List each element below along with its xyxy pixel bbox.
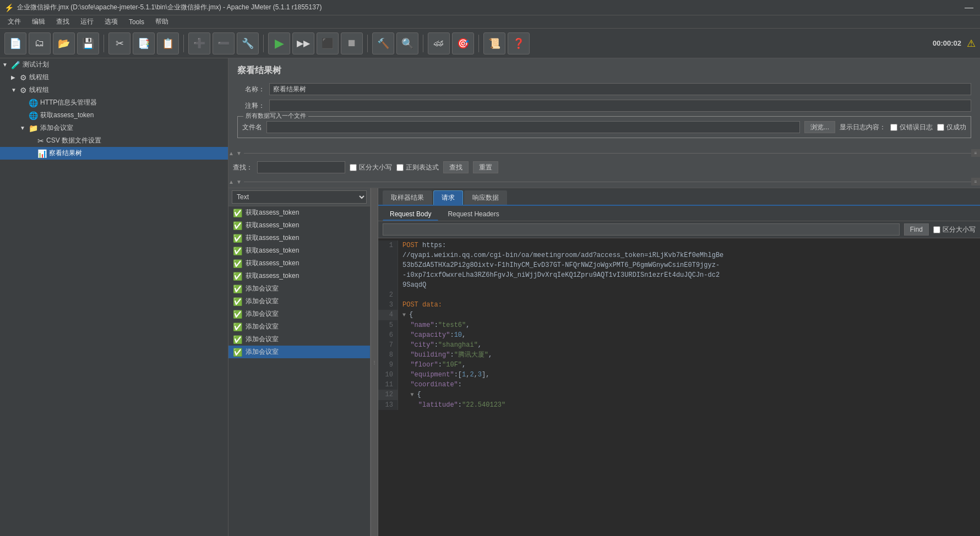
sub-tab-request-headers[interactable]: Request Headers	[440, 208, 506, 221]
success-log-check[interactable]: 仅成功	[937, 123, 966, 132]
comment-label: 注释：	[237, 101, 265, 111]
file-input[interactable]	[266, 121, 800, 133]
tree-label: 线程组	[29, 85, 49, 95]
case-sensitive-check[interactable]: 区分大小写	[350, 163, 392, 172]
sample-item-selected[interactable]: ✅ 添加会议室	[228, 346, 370, 358]
sample-item[interactable]: ✅ 获取assess_token	[228, 219, 370, 232]
find-btn[interactable]: 🔍	[396, 32, 418, 54]
collapse-handle[interactable]: ⋮	[371, 188, 378, 536]
tab-response-data[interactable]: 响应数据	[464, 190, 507, 205]
tree-item-thread-group-2[interactable]: ▼ ⚙ 线程组	[0, 84, 228, 96]
tree-item-http-manager[interactable]: 🌐 HTTP信息头管理器	[0, 96, 228, 109]
case-sensitive-checkbox[interactable]	[350, 164, 357, 171]
log-btn[interactable]: 📜	[483, 32, 505, 54]
run-btn[interactable]: ▶	[268, 32, 290, 54]
menu-help[interactable]: 帮助	[150, 16, 174, 28]
regex-check[interactable]: 正则表达式	[396, 163, 439, 172]
remote-run-btn[interactable]: 🏎	[428, 32, 450, 54]
success-log-checkbox[interactable]	[937, 124, 944, 131]
code-area[interactable]: 1 POST https: //qyapi.weixin.qq.com/cgi-…	[378, 238, 980, 536]
stop-btn[interactable]: ⬛	[317, 32, 339, 54]
sample-item[interactable]: ✅ 获取assess_token	[228, 206, 370, 219]
menu-file[interactable]: 文件	[2, 16, 26, 28]
tree-item-thread-group-1[interactable]: ▶ ⚙ 线程组	[0, 71, 228, 84]
run-no-pause-btn[interactable]: ▶▶	[292, 32, 314, 54]
sample-item[interactable]: ✅ 添加会议室	[228, 320, 370, 333]
sample-item[interactable]: ✅ 添加会议室	[228, 308, 370, 320]
menu-run[interactable]: 运行	[75, 16, 99, 28]
new-btn[interactable]: 📄	[4, 32, 26, 54]
cut-btn[interactable]: ✂	[108, 32, 130, 54]
tree-item-test-plan[interactable]: ▼ 🧪 测试计划	[0, 58, 228, 71]
resize-handle-1[interactable]: ≡	[971, 149, 980, 157]
open-btn[interactable]: 📂	[53, 32, 75, 54]
line-content: "building":"腾讯大厦",	[398, 350, 492, 360]
sample-label: 添加会议室	[246, 284, 279, 293]
code-line: 11 "coordinate":	[378, 380, 980, 390]
sample-item[interactable]: ✅ 获取assess_token	[228, 257, 370, 270]
settings-btn[interactable]: 🔧	[237, 32, 259, 54]
detail-case-label: 区分大小写	[943, 225, 976, 234]
name-input[interactable]	[269, 83, 971, 95]
browse-button[interactable]: 浏览...	[804, 121, 835, 133]
menu-options[interactable]: 选项	[99, 16, 123, 28]
help-btn[interactable]: ❓	[508, 32, 530, 54]
template-btn[interactable]: 🗂	[29, 32, 51, 54]
tree-label: 添加会议室	[40, 123, 73, 133]
menu-find[interactable]: 查找	[51, 16, 75, 28]
tab-sampler-result[interactable]: 取样器结果	[383, 190, 432, 205]
tree-item-csv-data[interactable]: ✂ CSV 数据文件设置	[0, 134, 228, 147]
code-line: -i0xp71cxfOwxreLha3RZ6hFgvJk_niWjjDvXrqI…	[378, 270, 980, 280]
code-line: 4 ▼{	[378, 310, 980, 320]
error-log-check[interactable]: 仅错误日志	[890, 123, 933, 132]
sample-item[interactable]: ✅ 添加会议室	[228, 295, 370, 308]
remove-btn[interactable]: ➖	[213, 32, 235, 54]
sample-item[interactable]: ✅ 添加会议室	[228, 333, 370, 346]
resize-handle-2[interactable]: ≡	[971, 178, 980, 185]
save-btn[interactable]: 💾	[77, 32, 99, 54]
shutdown-btn[interactable]: ⏹	[341, 32, 363, 54]
up-arrow-2[interactable]: ▲	[228, 179, 234, 185]
line-number: 9	[378, 360, 398, 370]
sub-tab-bar: Request Body Request Headers	[378, 206, 980, 221]
display-format-select[interactable]: Text JSON XML HTML Regexp Tester	[232, 190, 367, 204]
up-arrow[interactable]: ▲	[228, 150, 234, 156]
paste-btn[interactable]: 📋	[157, 32, 179, 54]
search-input[interactable]	[257, 161, 345, 173]
error-log-checkbox[interactable]	[890, 124, 897, 131]
copy-btn[interactable]: 📑	[133, 32, 155, 54]
find-button[interactable]: 查找	[443, 161, 469, 173]
remote-run2-btn[interactable]: 🎯	[452, 32, 474, 54]
tree-item-add-meeting-room[interactable]: ▼ 📁 添加会议室	[0, 122, 228, 134]
comment-row: 注释：	[237, 100, 971, 112]
detail-find-button[interactable]: Find	[904, 223, 929, 236]
folder-icon: 📁	[29, 124, 38, 133]
sub-tab-request-body[interactable]: Request Body	[383, 208, 438, 221]
menu-edit[interactable]: 编辑	[26, 16, 51, 28]
add-btn[interactable]: ➕	[188, 32, 210, 54]
detail-search-input[interactable]	[383, 223, 900, 236]
down-arrow-2[interactable]: ▼	[236, 179, 242, 185]
clear-btn[interactable]: 🔨	[372, 32, 394, 54]
line-number	[378, 250, 398, 260]
comment-input[interactable]	[269, 100, 971, 112]
success-icon: ✅	[233, 234, 242, 243]
tree-item-get-assess-token[interactable]: 🌐 获取assess_token	[0, 109, 228, 122]
tab-request[interactable]: 请求	[433, 190, 463, 205]
sample-item[interactable]: ✅ 添加会议室	[228, 282, 370, 295]
sample-item[interactable]: ✅ 获取assess_token	[228, 244, 370, 257]
http-request-icon: 🌐	[29, 111, 38, 120]
code-line: 7 "city":"shanghai",	[378, 340, 980, 350]
down-arrow[interactable]: ▼	[236, 150, 242, 156]
regex-checkbox[interactable]	[396, 164, 404, 171]
detail-case-check[interactable]: 区分大小写	[933, 225, 976, 234]
reset-button[interactable]: 重置	[473, 161, 498, 173]
tree-item-view-results[interactable]: 📊 察看结果树	[0, 147, 228, 160]
sample-item[interactable]: ✅ 获取assess_token	[228, 232, 370, 244]
sample-item[interactable]: ✅ 获取assess_token	[228, 270, 370, 282]
detail-case-checkbox[interactable]	[933, 226, 940, 233]
menu-tools[interactable]: Tools	[123, 17, 150, 27]
minimize-button[interactable]: —	[962, 3, 976, 13]
main-layout: ▼ 🧪 测试计划 ▶ ⚙ 线程组 ▼ ⚙ 线程组 🌐 HTTP信息头管理器 🌐 …	[0, 58, 980, 536]
tab-bar: 取样器结果 请求 响应数据	[378, 188, 980, 206]
